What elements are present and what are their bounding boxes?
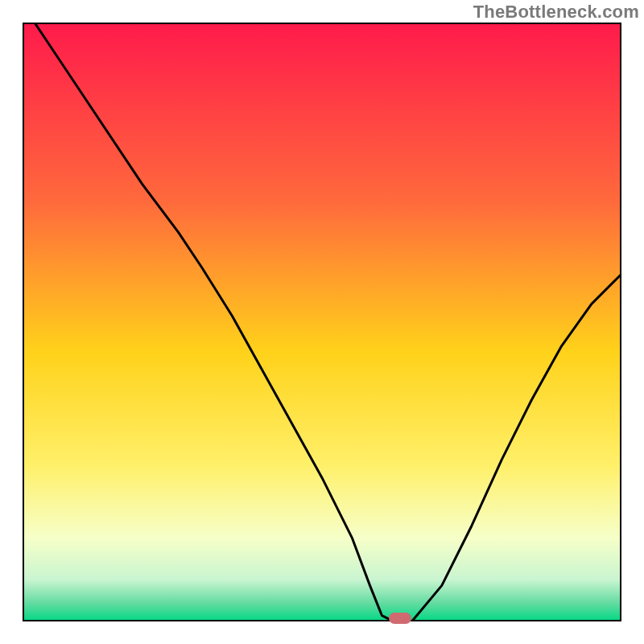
watermark-text: TheBottleneck.com [473, 2, 639, 23]
chart-container: TheBottleneck.com [0, 0, 644, 644]
chart-svg [23, 23, 621, 621]
chart-background [23, 23, 621, 621]
optimal-marker [389, 613, 411, 624]
plot-area [23, 23, 621, 621]
